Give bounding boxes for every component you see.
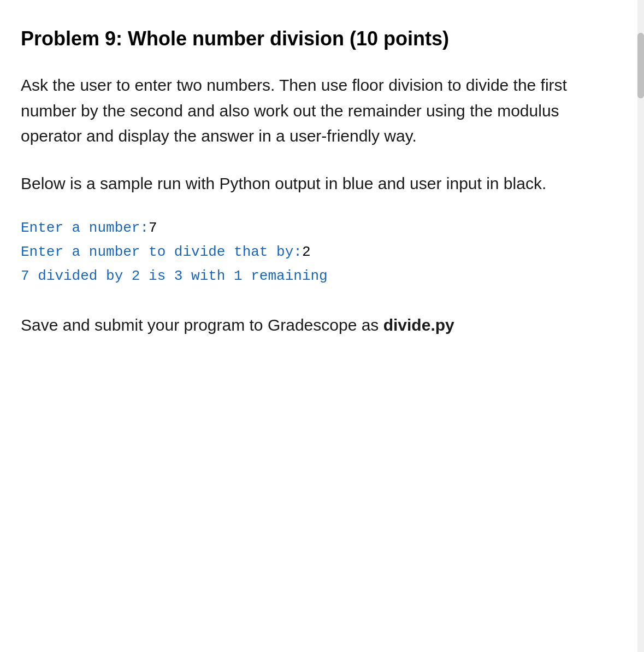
sample-intro: Below is a sample run with Python output… <box>21 171 622 197</box>
code-line-3: 7 divided by 2 is 3 with 1 remaining <box>21 264 622 288</box>
problem-title: Problem 9: Whole number division (10 poi… <box>21 26 622 51</box>
code-prompt-1: Enter a number: <box>21 220 149 236</box>
submit-filename: divide.py <box>383 316 454 334</box>
code-input-1: 7 <box>149 220 157 236</box>
scrollbar[interactable] <box>637 0 644 652</box>
code-prompt-3: 7 divided by 2 is 3 with 1 remaining <box>21 268 328 284</box>
code-prompt-2: Enter a number to divide that by: <box>21 244 302 260</box>
submit-text-plain: Save and submit your program to Gradesco… <box>21 316 383 334</box>
code-line-2: Enter a number to divide that by:2 <box>21 240 622 264</box>
scrollbar-thumb[interactable] <box>637 33 644 98</box>
code-input-2: 2 <box>302 244 311 260</box>
submit-text: Save and submit your program to Gradesco… <box>21 313 622 338</box>
code-block: Enter a number:7 Enter a number to divid… <box>21 216 622 289</box>
code-line-1: Enter a number:7 <box>21 216 622 240</box>
problem-description: Ask the user to enter two numbers. Then … <box>21 73 622 149</box>
